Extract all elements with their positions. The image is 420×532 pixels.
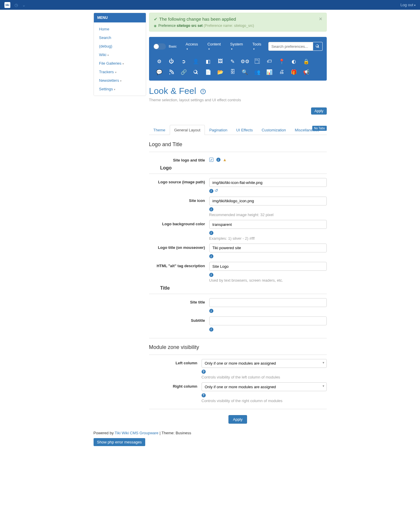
users-icon[interactable]: 👥 xyxy=(251,67,264,77)
dashboard-icon[interactable]: ◐ xyxy=(288,56,300,67)
rss-icon[interactable] xyxy=(165,67,178,77)
divider xyxy=(149,174,327,174)
input-alt[interactable] xyxy=(209,262,327,271)
image-icon[interactable]: 🖼 xyxy=(214,56,227,67)
database-icon[interactable]: 🗄 xyxy=(227,67,239,77)
row-left-column: Left column Only if one or more modules … xyxy=(149,359,327,380)
gift-icon[interactable]: 🎁 xyxy=(288,67,300,77)
tabs: Theme General Layout Pagination UI Effec… xyxy=(149,125,327,135)
php-errors-button[interactable]: Show php error messages xyxy=(94,438,146,446)
user-icon[interactable]: 👤 xyxy=(190,56,202,67)
info-icon[interactable]: i xyxy=(209,273,213,277)
footer-theme: | Theme: Business xyxy=(158,431,191,435)
menu-item-search[interactable]: Search xyxy=(94,33,146,42)
info-icon[interactable]: i xyxy=(209,231,213,235)
menu-item-settings[interactable]: Settings▾ xyxy=(94,85,146,93)
row-logo-title: Logo title (on mouseover) i xyxy=(149,244,327,259)
search-icon[interactable] xyxy=(190,67,202,77)
info-icon[interactable]: i xyxy=(209,309,213,313)
control-wrap: i xyxy=(209,298,327,314)
adminbar-row1: Basic Access ▾ Content ▾ System ▾ Tools … xyxy=(153,40,323,53)
tag-icon[interactable]: 🏷 xyxy=(263,56,276,67)
pin-icon[interactable]: 📍 xyxy=(276,56,288,67)
input-logo-source[interactable] xyxy=(209,178,327,187)
undo-icon[interactable]: ↺ xyxy=(215,188,218,193)
tab-theme[interactable]: Theme xyxy=(149,125,170,135)
menu-body: Home Search (debug) Wiki▾ File Galleries… xyxy=(94,22,146,96)
dropdown-system[interactable]: System ▾ xyxy=(227,40,248,53)
apply-button-top[interactable]: Apply xyxy=(311,107,326,115)
tab-general-layout[interactable]: General Layout xyxy=(170,125,205,135)
tab-ui-effects[interactable]: UI Effects xyxy=(232,125,257,135)
dropdown-access[interactable]: Access ▾ xyxy=(183,40,203,53)
tiki-link[interactable]: Tiki Wiki CMS Groupware xyxy=(115,431,158,435)
chevron-down-icon[interactable]: ⌄ xyxy=(22,3,26,7)
menu-item-newsletters[interactable]: Newsletters▾ xyxy=(94,76,146,85)
row-logo-source: Logo source (image path) i↺ xyxy=(149,178,327,194)
apply-center: Apply xyxy=(149,415,327,424)
dropdown-content[interactable]: Content ▾ xyxy=(205,40,225,53)
info-icon[interactable]: i xyxy=(209,189,213,193)
tiki-logo[interactable]: tiki xyxy=(4,2,10,8)
section-heading: Logo and Title xyxy=(149,141,327,148)
help-icon[interactable]: ? xyxy=(202,393,206,397)
edit-icon[interactable]: ✎ xyxy=(227,56,239,67)
menu-item-trackers[interactable]: Trackers▾ xyxy=(94,68,146,76)
caret-icon: ▾ xyxy=(120,79,122,82)
info-icon[interactable]: i xyxy=(209,327,213,332)
lock-icon[interactable]: 🔒 xyxy=(300,56,313,67)
link-icon[interactable]: 🔗 xyxy=(178,67,190,77)
label-left-column: Left column xyxy=(149,359,202,365)
select-left-column[interactable]: Only if one or more modules are assigned xyxy=(202,359,327,368)
power-icon[interactable]: ⏻ xyxy=(165,56,178,67)
megaphone-icon[interactable]: 📢 xyxy=(300,67,313,77)
caret-icon: ▾ xyxy=(115,71,117,74)
login-icon[interactable]: ➲ xyxy=(178,56,190,67)
zoom-icon[interactable]: 🔍 xyxy=(239,67,251,77)
checkbox-site-logo[interactable]: ✔ xyxy=(209,158,213,162)
warning-icon[interactable]: ▲ xyxy=(223,157,227,162)
search-input[interactable] xyxy=(268,42,313,51)
dropdown-tools[interactable]: Tools ▾ xyxy=(249,40,267,53)
clock-icon[interactable]: ◷ xyxy=(14,3,18,7)
no-tabs-button[interactable]: No Tabs xyxy=(312,126,327,131)
hint-site-icon: Recommended image height: 32 pixel xyxy=(209,213,327,217)
caret-icon: ▾ xyxy=(414,4,416,7)
alert-pref-prefix: Preference xyxy=(158,24,177,28)
input-site-title[interactable] xyxy=(209,298,327,307)
menu-item-home[interactable]: Home xyxy=(94,25,146,33)
apply-button-bottom[interactable]: Apply xyxy=(228,415,247,424)
check-circle-icon: ◉ xyxy=(154,24,157,27)
menu-item-filegalleries[interactable]: File Galleries▾ xyxy=(94,59,146,68)
input-logo-title[interactable] xyxy=(209,244,327,252)
select-right-column[interactable]: Only if one or more modules are assigned xyxy=(202,382,327,391)
info-icon[interactable]: i xyxy=(209,254,213,258)
gears-icon[interactable]: ⚙⚙ xyxy=(239,56,251,67)
comment-icon[interactable]: 💬 xyxy=(153,67,166,77)
info-icon[interactable]: i xyxy=(209,207,213,211)
menu-item-wiki[interactable]: Wiki▾ xyxy=(94,50,146,59)
search-button[interactable] xyxy=(313,42,323,51)
logo-subheading: Logo xyxy=(160,165,327,171)
input-subtitle[interactable] xyxy=(209,316,327,325)
info-icon[interactable]: i xyxy=(216,158,220,162)
basic-toggle[interactable] xyxy=(153,43,166,50)
file-icon[interactable]: 📄 xyxy=(202,67,215,77)
dd-label: System xyxy=(230,42,243,46)
folder-icon[interactable]: 📂 xyxy=(214,67,227,77)
menu-item-debug[interactable]: (debug) xyxy=(94,42,146,50)
logout-link[interactable]: Log out▾ xyxy=(401,3,416,7)
cube-icon[interactable]: ◧ xyxy=(202,56,215,67)
help-icon[interactable]: ? xyxy=(202,370,206,374)
chart-icon[interactable]: 📊 xyxy=(263,67,276,77)
help-icon[interactable]: ? xyxy=(200,89,206,94)
gear-icon[interactable]: ⚙ xyxy=(153,56,166,67)
input-bgcolor[interactable] xyxy=(209,220,327,229)
translate-icon[interactable]: ⿹ xyxy=(251,56,264,67)
input-site-icon[interactable] xyxy=(209,197,327,205)
tab-customization[interactable]: Customization xyxy=(257,125,290,135)
alert-close-icon[interactable]: × xyxy=(319,16,322,22)
row-right-column: Right column Only if one or more modules… xyxy=(149,382,327,403)
print-icon[interactable]: 🖨 xyxy=(276,67,288,77)
tab-pagination[interactable]: Pagination xyxy=(205,125,232,135)
